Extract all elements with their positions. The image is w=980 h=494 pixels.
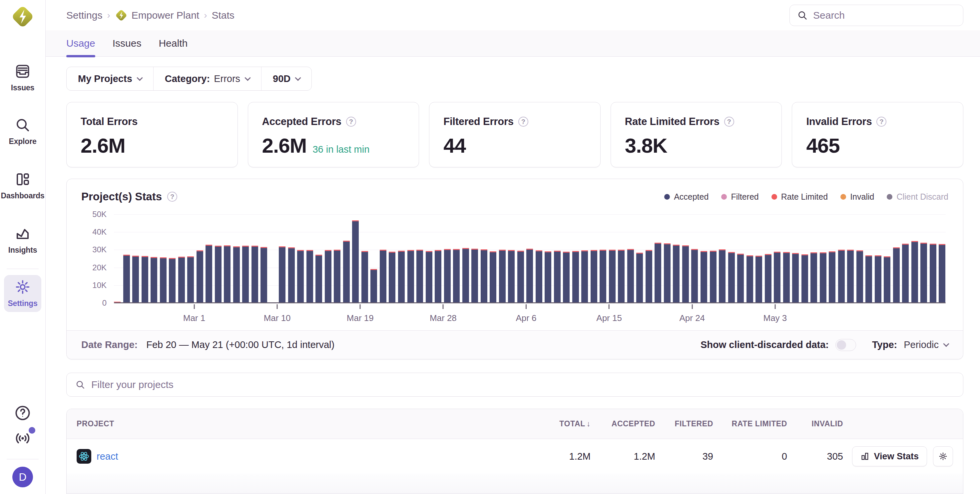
help-button[interactable] bbox=[11, 401, 35, 426]
search-input[interactable] bbox=[813, 10, 956, 21]
breadcrumb-settings[interactable]: Settings bbox=[66, 10, 102, 21]
chart-bar[interactable] bbox=[508, 250, 515, 302]
column-header-invalid[interactable]: INVALID bbox=[787, 419, 843, 428]
breadcrumb-org[interactable]: Empower Plant bbox=[132, 10, 199, 21]
chart-bar[interactable] bbox=[380, 250, 387, 302]
chart-bar[interactable] bbox=[307, 250, 313, 302]
chart-bar[interactable] bbox=[581, 250, 588, 302]
chart-bar[interactable] bbox=[315, 255, 322, 302]
chart-bar[interactable] bbox=[664, 243, 671, 302]
chart-bar[interactable] bbox=[792, 253, 799, 302]
chart-bar[interactable] bbox=[847, 250, 854, 303]
chart-bar[interactable] bbox=[939, 244, 945, 302]
chart-bar[interactable] bbox=[856, 250, 863, 302]
chart-bar[interactable] bbox=[554, 251, 561, 302]
chart-bar[interactable] bbox=[499, 250, 506, 302]
help-circle-icon[interactable]: ? bbox=[518, 117, 528, 127]
chart-bar[interactable] bbox=[288, 247, 295, 302]
chart-bar[interactable] bbox=[526, 249, 533, 302]
sidebar-item-dashboards[interactable]: Dashboards bbox=[4, 167, 41, 204]
sidebar-item-explore[interactable]: Explore bbox=[4, 113, 41, 150]
chart-bar[interactable] bbox=[435, 250, 441, 302]
chart-bar[interactable] bbox=[389, 252, 395, 302]
chart-bar[interactable] bbox=[197, 250, 203, 302]
chart-bar[interactable] bbox=[398, 251, 405, 302]
project-filter-input[interactable] bbox=[91, 379, 955, 390]
chart-bar[interactable] bbox=[802, 254, 808, 302]
chart-bar[interactable] bbox=[215, 245, 221, 302]
chart-bar[interactable] bbox=[334, 250, 340, 303]
project-link[interactable]: react bbox=[97, 451, 118, 462]
chart-bar[interactable] bbox=[426, 251, 433, 302]
sidebar-item-settings[interactable]: Settings bbox=[4, 275, 41, 312]
chart-bar[interactable] bbox=[728, 252, 735, 302]
chart-bar[interactable] bbox=[169, 258, 175, 303]
chart-bar[interactable] bbox=[884, 257, 890, 302]
chart-bar[interactable] bbox=[325, 250, 331, 302]
chart-bar[interactable] bbox=[691, 249, 698, 302]
chart-bar[interactable] bbox=[783, 252, 790, 302]
type-selector[interactable]: Periodic bbox=[904, 339, 948, 351]
category-selector[interactable]: Category: Errors bbox=[153, 67, 261, 90]
chart-bar[interactable] bbox=[719, 249, 725, 302]
chart-bar[interactable] bbox=[536, 250, 542, 302]
chart-bar[interactable] bbox=[205, 245, 212, 302]
project-settings-button[interactable] bbox=[933, 446, 953, 466]
chart-bar[interactable] bbox=[462, 248, 469, 302]
chart-bar[interactable] bbox=[178, 257, 185, 302]
chart-bar[interactable] bbox=[774, 252, 781, 302]
chart-bar[interactable] bbox=[636, 253, 643, 303]
chart-bar[interactable] bbox=[756, 256, 762, 302]
column-header-accepted[interactable]: ACCEPTED bbox=[590, 419, 655, 428]
client-discard-toggle[interactable] bbox=[835, 339, 856, 351]
chart-bar[interactable] bbox=[517, 251, 524, 302]
chart-bar[interactable] bbox=[444, 249, 451, 302]
chart-bar[interactable] bbox=[765, 254, 772, 302]
chart-bar[interactable] bbox=[746, 255, 753, 303]
chart-bar[interactable] bbox=[224, 245, 231, 302]
legend-item-filtered[interactable]: Filtered bbox=[721, 192, 759, 202]
legend-item-accepted[interactable]: Accepted bbox=[664, 192, 708, 202]
chart-bar[interactable] bbox=[820, 252, 826, 302]
chart-bar[interactable] bbox=[123, 255, 130, 302]
sentry-logo-icon[interactable] bbox=[11, 5, 35, 29]
chart-bar[interactable] bbox=[682, 245, 689, 302]
chart-bar[interactable] bbox=[151, 257, 157, 302]
help-circle-icon[interactable]: ? bbox=[877, 117, 886, 127]
whats-new-button[interactable] bbox=[11, 426, 35, 452]
chart-bar[interactable] bbox=[453, 249, 460, 302]
legend-item-rate-limited[interactable]: Rate Limited bbox=[772, 192, 828, 202]
chart-bar[interactable] bbox=[590, 250, 597, 303]
chart-bar[interactable] bbox=[865, 255, 872, 303]
chart-bar[interactable] bbox=[920, 243, 927, 302]
tab-health[interactable]: Health bbox=[159, 38, 188, 56]
chart-bar[interactable] bbox=[297, 250, 304, 302]
chart-bar[interactable] bbox=[700, 251, 707, 302]
chart-bar[interactable] bbox=[875, 255, 881, 303]
column-header-total[interactable]: TOTAL↓ bbox=[544, 419, 590, 428]
chart-bar[interactable] bbox=[233, 246, 240, 302]
legend-item-invalid[interactable]: Invalid bbox=[840, 192, 874, 202]
chart-bar[interactable] bbox=[655, 243, 661, 302]
chart-bar[interactable] bbox=[810, 252, 817, 302]
chart-bar[interactable] bbox=[618, 250, 625, 303]
sidebar-item-issues[interactable]: Issues bbox=[4, 59, 41, 96]
chart-bar[interactable] bbox=[416, 250, 423, 303]
help-circle-icon[interactable]: ? bbox=[346, 117, 356, 127]
chart-bar[interactable] bbox=[480, 249, 487, 302]
chart-bar[interactable] bbox=[902, 244, 909, 302]
chart-bar[interactable] bbox=[600, 250, 606, 303]
column-header-project[interactable]: PROJECT bbox=[76, 419, 544, 428]
tab-usage[interactable]: Usage bbox=[66, 38, 95, 56]
chart-bar[interactable] bbox=[251, 245, 258, 302]
chart-bar[interactable] bbox=[407, 250, 414, 303]
date-period-selector[interactable]: 90D bbox=[261, 67, 312, 90]
chart-bar[interactable] bbox=[829, 251, 835, 302]
chart-bar[interactable] bbox=[563, 252, 570, 302]
chart-bar[interactable] bbox=[893, 247, 900, 302]
help-circle-icon[interactable]: ? bbox=[724, 117, 734, 127]
global-search[interactable] bbox=[789, 5, 963, 26]
chart-bar[interactable] bbox=[572, 251, 579, 302]
chart-bar[interactable] bbox=[361, 251, 368, 302]
chart-bar[interactable] bbox=[609, 250, 616, 302]
